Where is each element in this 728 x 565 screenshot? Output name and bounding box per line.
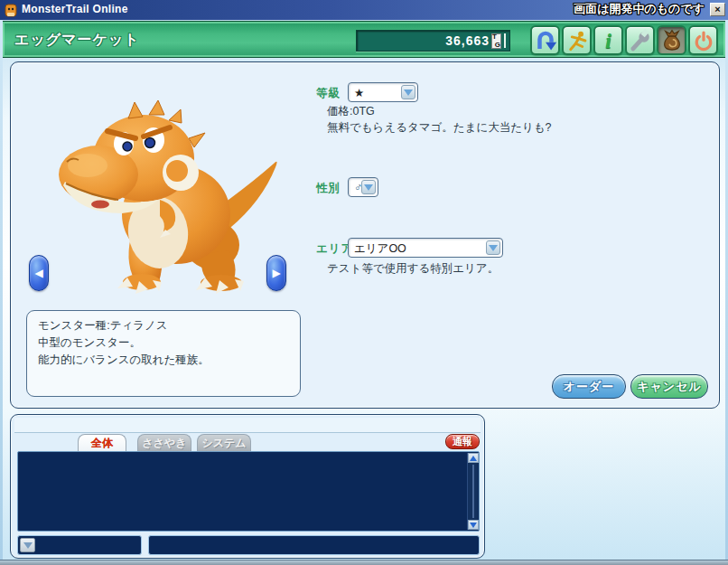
grade-description: 無料でもらえるタマゴ。たまに大当たりも?: [327, 120, 552, 136]
toolbar: i: [530, 25, 718, 55]
cancel-button[interactable]: キャンセル: [630, 374, 708, 399]
money-bag-icon: [660, 29, 684, 52]
gender-label: 性別: [316, 181, 341, 196]
area-description: テスト等で使用する特別エリア。: [327, 261, 499, 277]
chat-tab-whisper[interactable]: ささやき: [137, 434, 191, 451]
chat-tab-all[interactable]: 全体: [78, 434, 126, 451]
chevron-down-icon: [489, 245, 498, 251]
prev-monster-button[interactable]: ◀: [29, 255, 49, 291]
power-button[interactable]: [688, 25, 718, 55]
money-value: 36,663: [445, 33, 490, 48]
chat-channel-field[interactable]: [17, 535, 142, 555]
triangle-down-icon: [470, 523, 477, 528]
money-display: 36,663 T G: [356, 30, 510, 52]
wrench-icon: [629, 29, 652, 52]
settings-button[interactable]: [625, 25, 655, 55]
page-title: エッグマーケット: [14, 31, 140, 50]
order-button[interactable]: オーダー: [552, 374, 626, 399]
chevron-down-icon: [23, 542, 33, 549]
chevron-down-icon: [404, 89, 413, 96]
gender-dropdown-button[interactable]: [361, 180, 376, 194]
market-header: エッグマーケット 36,663 T G: [3, 21, 725, 58]
info-icon: i: [605, 30, 611, 52]
title-bar[interactable]: MonsterTrail Online 画面は開発中のものです ×: [0, 0, 728, 20]
runner-icon: [565, 29, 589, 52]
chat-tab-system[interactable]: システム: [197, 434, 251, 451]
monster-info-box: モンスター種:ティラノス 中型のモンスター。 能力的にバランスの取れた種族。: [26, 310, 301, 397]
power-icon: [692, 29, 715, 52]
grade-dropdown-button[interactable]: [401, 85, 415, 99]
return-button[interactable]: [530, 25, 560, 55]
chat-panel: 全体 ささやき システム 通報: [10, 414, 485, 559]
text-caret: [504, 33, 506, 48]
report-button[interactable]: 通報: [445, 434, 480, 449]
chat-text-field[interactable]: [148, 535, 480, 555]
left-arrow-icon: ◀: [34, 267, 42, 279]
area-dropdown-button[interactable]: [486, 240, 500, 255]
area-value: エリアOO: [354, 241, 406, 257]
money-bag-button[interactable]: [657, 25, 686, 55]
monster-species-line: モンスター種:ティラノス: [38, 317, 289, 334]
app-monster-icon: [4, 3, 18, 17]
triangle-up-icon: [470, 456, 477, 461]
dev-notice-label: 画面は開発中のものです: [574, 1, 705, 17]
scroll-up-button[interactable]: [468, 453, 479, 463]
tg-currency-icon: T G: [491, 33, 501, 49]
runner-button[interactable]: [562, 25, 592, 55]
window-content: エッグマーケット 36,663 T G: [3, 20, 725, 560]
monster-size-line: 中型のモンスター。: [38, 334, 289, 352]
chevron-down-icon: [364, 184, 373, 191]
channel-dropdown-button[interactable]: [20, 538, 35, 552]
grade-label: 等級: [316, 86, 341, 101]
monster-trait-line: 能力的にバランスの取れた種族。: [38, 352, 289, 369]
egg-market-panel: ◀ ▶: [10, 61, 720, 409]
window-edge-bottom: [0, 560, 728, 565]
scroll-down-button[interactable]: [468, 520, 479, 530]
close-button[interactable]: ×: [710, 3, 725, 16]
grade-value: ★: [354, 86, 364, 99]
info-button[interactable]: i: [593, 25, 623, 55]
return-arrow-icon: [534, 29, 557, 52]
chat-panel-header: [14, 418, 481, 433]
app-window: MonsterTrail Online 画面は開発中のものです × エッグマーケ…: [0, 0, 728, 565]
monster-image-tyranos: [51, 99, 304, 306]
window-title: MonsterTrail Online: [22, 3, 128, 15]
chat-message-area[interactable]: [17, 451, 480, 532]
chat-scrollbar[interactable]: [467, 453, 478, 530]
scrollbar-track[interactable]: [472, 465, 474, 518]
gender-select[interactable]: ♂: [348, 177, 378, 197]
price-text: 価格:0TG: [327, 104, 375, 119]
area-select[interactable]: エリアOO: [348, 238, 503, 258]
grade-select[interactable]: ★: [348, 82, 418, 102]
